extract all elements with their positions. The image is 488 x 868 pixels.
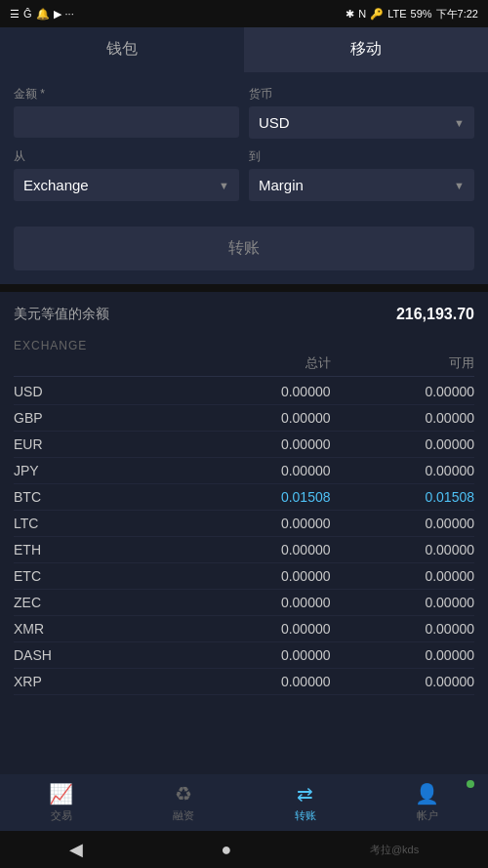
amount-label: 金额 * — [14, 86, 239, 103]
signal-icon: LTE — [387, 8, 406, 20]
bluetooth-icon: ✱ — [346, 8, 354, 21]
currency-select-wrapper[interactable]: USD — [249, 106, 474, 139]
row-available: 0.00000 — [331, 463, 475, 478]
funding-label: 融资 — [173, 808, 194, 823]
row-available: 0.00000 — [331, 436, 475, 452]
from-select[interactable]: Exchange — [14, 169, 239, 201]
status-bar: ☰ Ĝ 🔔 ▶ ··· ✱ N 🔑 LTE 59% 下午7:22 — [0, 0, 488, 27]
col-name-header — [14, 354, 186, 372]
account-icon: 👤 — [415, 782, 439, 806]
to-select-wrapper[interactable]: Margin — [249, 169, 474, 201]
form-area: 金额 * 货币 USD 从 Exchange 到 Marg — [0, 72, 488, 217]
row-currency: DASH — [14, 647, 186, 663]
back-button[interactable]: ◀ — [69, 839, 83, 860]
table-row: GBP 0.00000 0.00000 — [14, 405, 474, 432]
currency-group: 货币 USD — [249, 86, 474, 139]
row-total: 0.00000 — [186, 410, 331, 426]
table-row: ETH 0.00000 0.00000 — [14, 537, 474, 563]
row-currency: EUR — [14, 436, 186, 452]
row-available: 0.00000 — [331, 568, 475, 584]
table-header: 总计 可用 — [14, 354, 474, 377]
home-button[interactable]: ● — [221, 840, 231, 860]
row-available: 0.00000 — [331, 410, 475, 426]
nav-item-funding[interactable]: ♻ 融资 — [122, 774, 244, 831]
app-icon: Ĝ — [23, 8, 32, 20]
amount-input[interactable] — [14, 106, 239, 138]
account-label: 帐户 — [417, 808, 438, 823]
row-available: 0.00000 — [331, 542, 475, 558]
col-total-header: 总计 — [186, 354, 331, 372]
to-select[interactable]: Margin — [249, 169, 474, 201]
row-currency: LTC — [14, 516, 186, 531]
dots-icon: ··· — [65, 8, 74, 20]
row-total: 0.00000 — [186, 647, 331, 663]
tab-wallet[interactable]: 钱包 — [0, 27, 244, 72]
balance-row: 美元等值的余额 216,193.70 — [0, 292, 488, 333]
table-row: XRP 0.00000 0.00000 — [14, 669, 474, 695]
row-currency: ETC — [14, 568, 186, 584]
row-total: 0.00000 — [186, 621, 331, 637]
nav-item-transfer[interactable]: ⇄ 转账 — [244, 774, 366, 831]
row-available: 0.00000 — [331, 647, 475, 663]
system-nav-bar: ◀ ● 考拉@kds — [0, 831, 488, 868]
time: 下午7:22 — [436, 7, 478, 21]
form-row-from-to: 从 Exchange 到 Margin — [14, 148, 474, 201]
nfc-icon: N — [358, 8, 366, 20]
row-currency: BTC — [14, 489, 186, 505]
row-currency: ETH — [14, 542, 186, 558]
table-row: USD 0.00000 0.00000 — [14, 379, 474, 405]
row-currency: JPY — [14, 463, 186, 478]
currency-label: 货币 — [249, 86, 474, 103]
bottom-nav: 📈 交易 ♻ 融资 ⇄ 转账 👤 帐户 — [0, 774, 488, 831]
row-total: 0.00000 — [186, 568, 331, 584]
from-select-wrapper[interactable]: Exchange — [14, 169, 239, 201]
play-icon: ▶ — [54, 8, 61, 21]
row-currency: XMR — [14, 621, 186, 637]
table-row: ETC 0.00000 0.00000 — [14, 563, 474, 590]
row-total: 0.00000 — [186, 463, 331, 478]
table-row: JPY 0.00000 0.00000 — [14, 458, 474, 484]
account-online-dot — [467, 780, 474, 788]
nav-item-trade[interactable]: 📈 交易 — [0, 774, 122, 831]
row-available: 0.01508 — [331, 489, 475, 505]
menu-icon: ☰ — [10, 8, 20, 21]
row-total: 0.00000 — [186, 595, 331, 610]
row-available: 0.00000 — [331, 674, 475, 689]
battery-icon: 59% — [411, 8, 432, 20]
balance-table: EXCHANGE 总计 可用 USD 0.00000 0.00000 GBP 0… — [0, 333, 488, 840]
to-label: 到 — [249, 148, 474, 165]
currency-select[interactable]: USD — [249, 106, 474, 139]
row-total: 0.01508 — [186, 489, 331, 505]
trade-icon: 📈 — [49, 782, 73, 806]
key-icon: 🔑 — [370, 8, 384, 21]
table-row: BTC 0.01508 0.01508 — [14, 484, 474, 511]
from-group: 从 Exchange — [14, 148, 239, 201]
row-total: 0.00000 — [186, 384, 331, 399]
status-left-icons: ☰ Ĝ 🔔 ▶ ··· — [10, 8, 74, 21]
transfer-button-row: 转账 — [0, 217, 488, 284]
from-label: 从 — [14, 148, 239, 165]
table-rows: USD 0.00000 0.00000 GBP 0.00000 0.00000 … — [14, 379, 474, 695]
table-row: ZEC 0.00000 0.00000 — [14, 590, 474, 616]
transfer-button[interactable]: 转账 — [14, 227, 474, 270]
row-total: 0.00000 — [186, 542, 331, 558]
table-row: LTC 0.00000 0.00000 — [14, 511, 474, 537]
top-tab-bar: 钱包 移动 — [0, 27, 488, 72]
row-total: 0.00000 — [186, 436, 331, 452]
row-total: 0.00000 — [186, 674, 331, 689]
balance-label: 美元等值的余额 — [14, 306, 109, 323]
funding-icon: ♻ — [175, 782, 192, 806]
trade-label: 交易 — [51, 808, 72, 823]
row-available: 0.00000 — [331, 516, 475, 531]
row-currency: USD — [14, 384, 186, 399]
col-avail-header: 可用 — [331, 354, 475, 372]
to-group: 到 Margin — [249, 148, 474, 201]
row-currency: ZEC — [14, 595, 186, 610]
row-total: 0.00000 — [186, 516, 331, 531]
table-row: DASH 0.00000 0.00000 — [14, 642, 474, 669]
table-row: XMR 0.00000 0.00000 — [14, 616, 474, 642]
row-available: 0.00000 — [331, 384, 475, 399]
row-currency: XRP — [14, 674, 186, 689]
tab-transfer[interactable]: 移动 — [244, 27, 488, 72]
nav-item-account[interactable]: 👤 帐户 — [366, 774, 488, 831]
